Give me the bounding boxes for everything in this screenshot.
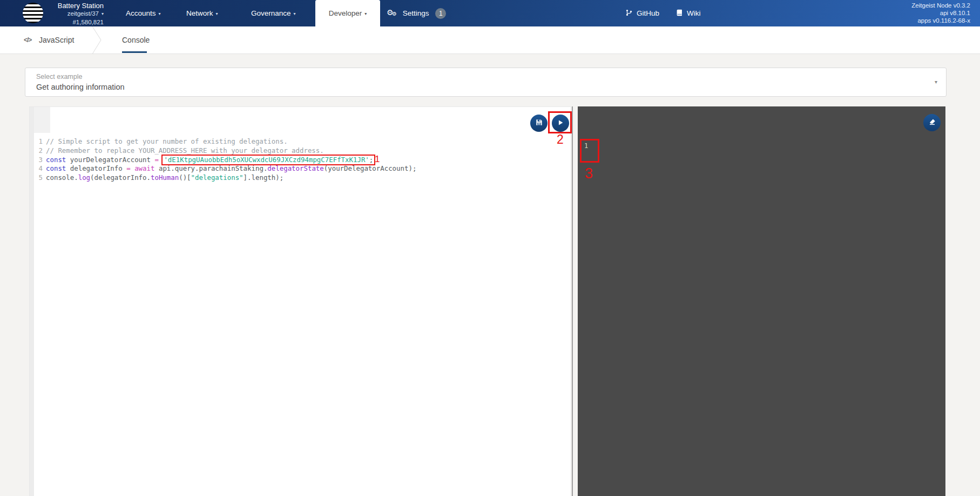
chevron-down-icon: ▾	[294, 11, 296, 16]
code-editor[interactable]: 1// Simple script to get your number of …	[29, 106, 571, 496]
git-branch-icon	[625, 1, 633, 28]
network-id: zeitgeist/37	[67, 10, 99, 17]
node-name: Zeitgeist Node v0.3.2	[911, 2, 970, 10]
top-nav: Battery Station zeitgeist/37▾ #1,580,821…	[0, 0, 980, 26]
save-button[interactable]	[530, 115, 548, 132]
block-number: #1,580,821	[22, 18, 104, 26]
chevron-down-icon: ▾	[364, 11, 367, 16]
example-select[interactable]: Select example Get authoring information…	[25, 68, 947, 97]
save-icon	[535, 118, 543, 128]
tab-divider-chevron	[92, 26, 103, 56]
code-line: 4const delegatorInfo = await api.query.p…	[30, 164, 571, 173]
line-number: 2	[30, 146, 43, 156]
nav-item-developer[interactable]: Developer▾	[315, 0, 380, 26]
eraser-icon	[928, 118, 936, 128]
line-number: 3	[30, 156, 43, 165]
output-panel: 1	[578, 106, 945, 496]
annotation-step-2: 2	[557, 132, 564, 147]
annotation-step-3: 3	[585, 165, 593, 182]
example-select-value: Get authoring information	[36, 83, 125, 91]
code-icon: </>	[24, 26, 31, 54]
annotation-box-address: 'dE1KtpgUAuobbEdh5oXUCwxdcU69JXCzd94mpgC…	[161, 155, 375, 166]
line-number: 5	[30, 173, 43, 183]
api-version: api v8.10.1	[911, 10, 970, 17]
editor-output-splitter[interactable]	[572, 106, 573, 496]
nav-item-settings[interactable]: ⚙⚙ Settings 1	[387, 0, 446, 26]
chevron-down-icon: ▾	[102, 11, 104, 16]
settings-badge: 1	[435, 8, 446, 19]
nav-item-accounts[interactable]: Accounts▾	[126, 0, 161, 26]
javascript-console-page: Battery Station zeitgeist/37▾ #1,580,821…	[0, 0, 980, 496]
apps-version: apps v0.116.2-68-x	[911, 17, 970, 25]
chevron-down-icon: ▾	[159, 11, 161, 16]
node-info: Zeitgeist Node v0.3.2 api v8.10.1 apps v…	[911, 2, 970, 24]
active-tab-underline	[122, 51, 147, 53]
clear-output-button[interactable]	[923, 114, 941, 131]
code-line: 5console.log(delegatorInfo.toHuman()["de…	[30, 173, 571, 183]
chevron-down-icon: ▾	[935, 79, 937, 85]
nav-link-wiki[interactable]: Wiki	[676, 0, 701, 26]
gears-icon: ⚙⚙	[387, 8, 398, 19]
nav-item-governance[interactable]: Governance▾	[251, 0, 296, 26]
line-number: 1	[30, 137, 43, 146]
tab-console[interactable]: Console	[122, 26, 150, 54]
nav-item-network[interactable]: Network▾	[186, 0, 218, 26]
tab-bar: </> JavaScript Console	[0, 26, 980, 54]
annotation-box-output	[580, 139, 599, 163]
line-number: 4	[30, 164, 43, 173]
book-icon	[676, 1, 683, 28]
section-title: JavaScript	[39, 26, 74, 54]
chain-name: Battery Station	[22, 2, 104, 10]
annotation-step-1: 1	[375, 154, 380, 165]
nav-link-github[interactable]: GitHub	[625, 0, 659, 26]
code-lines: 1// Simple script to get your number of …	[30, 137, 571, 183]
code-line: 1// Simple script to get your number of …	[30, 137, 571, 146]
annotation-box-run-button	[548, 111, 572, 133]
chain-selector[interactable]: Battery Station zeitgeist/37▾ #1,580,821	[22, 2, 104, 26]
example-select-label: Select example	[36, 73, 82, 81]
chevron-down-icon: ▾	[216, 11, 218, 16]
code-line: 3const yourDelegatorAccount = 'dE1KtpgUA…	[30, 156, 571, 165]
